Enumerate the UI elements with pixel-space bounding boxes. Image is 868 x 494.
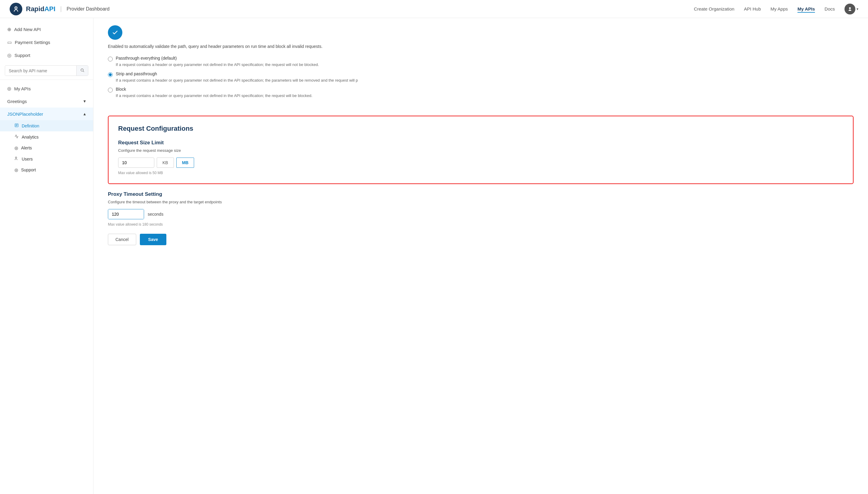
radio-option-passthrough: Passthrough everything (default) If a re… [108,56,853,68]
user-avatar-wrapper[interactable]: ▾ [845,4,858,15]
sidebar-item-payment[interactable]: ▭ Payment Settings [0,36,93,49]
sidebar-search-wrapper [5,65,88,76]
nav-my-apps[interactable]: My Apps [770,5,788,13]
top-description: Enabled to automatically validate the pa… [108,43,853,50]
support-icon: ◎ [7,52,12,58]
definition-label: Definition [22,124,39,128]
radio-group: Passthrough everything (default) If a re… [108,56,853,99]
header: RapidAPI | Provider Dashboard Create Org… [0,0,868,18]
users-label: Users [22,157,33,162]
main-content: Enabled to automatically validate the pa… [93,18,868,494]
greetings-label: Greetings [7,99,27,104]
definition-icon [15,123,19,128]
req-size-limit-title: Request Size Limit [118,140,843,146]
size-max-hint: Max value allowed is 50 MB [118,171,843,175]
provider-dashboard-label: Provider Dashboard [67,6,109,12]
analytics-icon [15,134,19,139]
proxy-timeout-section: Proxy Timeout Setting Configure the time… [108,191,853,245]
timeout-input[interactable] [108,209,144,219]
sidebar-support-top-label: Support [15,53,31,58]
sidebar-item-greetings[interactable]: Greetings ▾ [0,95,93,108]
sidebar-item-add-api[interactable]: ⊕ Add New API [0,23,93,36]
credit-card-icon: ▭ [7,39,12,45]
action-row: Cancel Save [108,234,853,245]
sidebar-sub-item-analytics[interactable]: Analytics [0,131,93,142]
sidebar-sub-item-definition[interactable]: Definition [0,120,93,131]
radio-passthrough-title: Passthrough everything (default) [116,56,319,60]
timeout-row: ▲ ▼ seconds [108,209,853,219]
nav-create-organization[interactable]: Create Organization [694,5,734,13]
alerts-icon: ◎ [15,146,18,150]
req-config-title: Request Configurations [118,125,843,133]
header-divider: | [60,5,62,12]
sidebar: ⊕ Add New API ▭ Payment Settings ◎ Suppo… [0,18,93,494]
logo-text: RapidAPI [26,5,55,13]
chevron-down-icon-greetings: ▾ [84,98,86,104]
logo-icon [10,3,22,15]
my-apis-label: My APIs [14,86,31,91]
radio-block-desc: If a request contains a header or query … [116,93,313,99]
search-button[interactable] [76,66,88,76]
avatar[interactable] [845,4,855,15]
sidebar-item-json-placeholder[interactable]: JSONPlaceholder ▴ [0,108,93,120]
svg-line-4 [83,71,84,72]
sidebar-sub-item-alerts[interactable]: ◎ Alerts [0,142,93,153]
support-bottom-label: Support [21,168,36,172]
toggle-row [108,25,853,40]
radio-passthrough[interactable] [108,57,113,61]
radio-passthrough-desc: If a request contains a header or query … [116,62,319,68]
plus-circle-icon: ⊕ [7,26,11,32]
unit-mb-button[interactable]: MB [176,157,195,168]
sidebar-item-support-top[interactable]: ◎ Support [0,49,93,62]
layout: ⊕ Add New API ▭ Payment Settings ◎ Suppo… [0,18,868,494]
seconds-label: seconds [148,212,163,216]
sidebar-add-api-label: Add New API [14,27,41,32]
users-icon [15,156,19,162]
radio-strip-title: Strip and passthrough [116,71,358,76]
radio-block-title: Block [116,87,313,92]
svg-point-2 [849,7,851,9]
timeout-stepper: ▲ ▼ [108,209,144,219]
svg-point-1 [16,7,17,8]
nav-api-hub[interactable]: API Hub [744,5,761,13]
chevron-up-icon: ▴ [84,111,86,117]
sidebar-item-my-apis[interactable]: ◎ My APIs [0,82,93,95]
radio-strip-desc: If a request contains a header or query … [116,77,358,83]
header-nav: Create Organization API Hub My Apps My A… [694,4,858,15]
sidebar-payment-label: Payment Settings [15,40,50,45]
search-input[interactable] [5,66,76,76]
radio-option-strip: Strip and passthrough If a request conta… [108,71,853,83]
request-configurations-box: Request Configurations Request Size Limi… [108,116,853,184]
toggle-icon[interactable] [108,25,122,40]
json-placeholder-label: JSONPlaceholder [7,111,43,117]
unit-kb-button[interactable]: KB [157,157,174,168]
header-left: RapidAPI | Provider Dashboard [10,3,109,15]
analytics-label: Analytics [22,135,39,139]
top-section: Enabled to automatically validate the pa… [108,18,853,109]
timeout-max-hint: Max value allowed is 180 seconds [108,222,853,227]
proxy-timeout-title: Proxy Timeout Setting [108,191,853,197]
cancel-button[interactable]: Cancel [108,234,136,245]
proxy-timeout-desc: Configure the timeout between the proxy … [108,200,853,204]
size-input[interactable] [118,157,154,168]
nav-my-apis[interactable]: My APIs [797,5,815,13]
save-button[interactable]: Save [140,234,167,245]
radio-strip[interactable] [108,72,113,77]
radio-block[interactable] [108,88,113,93]
size-row: KB MB [118,157,843,168]
req-size-limit-desc: Configure the request message size [118,148,843,153]
radio-option-block: Block If a request contains a header or … [108,87,853,99]
support-bottom-icon: ◎ [15,168,18,172]
chevron-down-icon: ▾ [856,7,858,11]
svg-point-3 [81,69,83,71]
nav-docs[interactable]: Docs [825,5,835,13]
sidebar-sub-item-users[interactable]: Users [0,153,93,165]
clock-icon: ◎ [7,86,11,91]
sidebar-sub-item-support[interactable]: ◎ Support [0,165,93,175]
alerts-label: Alerts [21,146,32,150]
svg-point-9 [15,157,17,158]
